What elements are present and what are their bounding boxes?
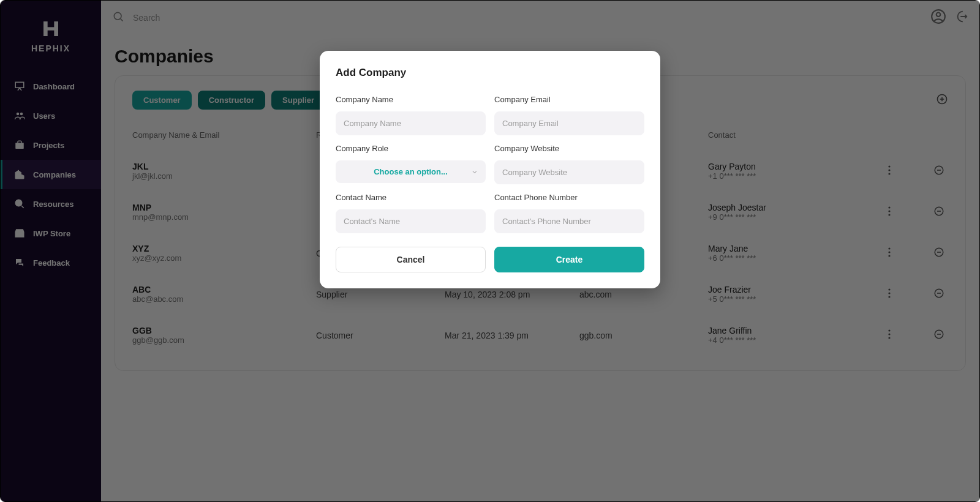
add-company-modal: Add Company Company Name Company Email C… bbox=[320, 51, 660, 288]
modal-title: Add Company bbox=[336, 67, 644, 79]
modal-actions: Cancel Create bbox=[336, 247, 644, 272]
label-company-website: Company Website bbox=[494, 144, 644, 153]
cancel-button[interactable]: Cancel bbox=[336, 247, 486, 272]
modal-form: Company Name Company Email Company Role … bbox=[336, 90, 644, 233]
label-company-role: Company Role bbox=[336, 144, 486, 153]
modal-overlay[interactable]: Add Company Company Name Company Email C… bbox=[1, 1, 979, 501]
input-contact-phone[interactable] bbox=[494, 209, 644, 233]
input-company-email[interactable] bbox=[494, 111, 644, 135]
input-company-name[interactable] bbox=[336, 111, 486, 135]
label-contact-name: Contact Name bbox=[336, 193, 486, 202]
select-company-role-face: Choose an option... bbox=[336, 160, 486, 183]
create-button[interactable]: Create bbox=[494, 247, 644, 272]
label-contact-phone: Contact Phone Number bbox=[494, 193, 644, 202]
label-company-email: Company Email bbox=[494, 95, 644, 104]
label-company-name: Company Name bbox=[336, 95, 486, 104]
input-contact-name[interactable] bbox=[336, 209, 486, 233]
input-company-website[interactable] bbox=[494, 160, 644, 184]
select-company-role[interactable]: Choose an option... bbox=[336, 160, 486, 184]
